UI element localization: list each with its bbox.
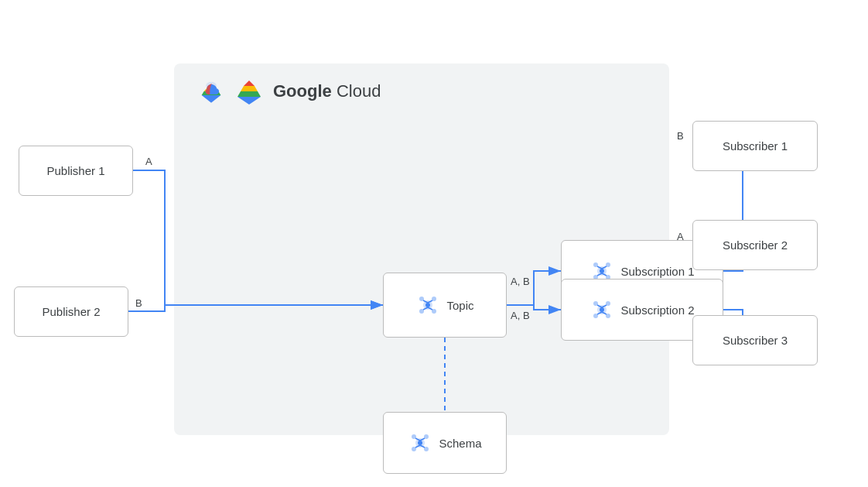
svg-point-23 (600, 269, 604, 273)
publisher2-label: Publisher 2 (42, 305, 100, 318)
topic-box: Topic (383, 273, 507, 338)
subscriber1-label: Subscriber 1 (723, 139, 788, 153)
schema-pubsub-icon (408, 430, 432, 455)
publisher2-box: Publisher 2 (14, 286, 128, 337)
schema-label: Schema (439, 437, 481, 450)
label-pub1-a: A (145, 156, 152, 167)
gcloud-logo: Google Cloud (197, 77, 381, 105)
label-sub1-sub1-b: B (677, 130, 684, 142)
subscriber1-box: Subscriber 1 (692, 121, 818, 171)
gcloud-logo-text: Google Cloud (273, 81, 381, 101)
topic-pubsub-icon (415, 293, 440, 317)
subscription1-label: Subscription 1 (620, 265, 694, 278)
subscriber2-box: Subscriber 2 (692, 220, 818, 270)
svg-point-13 (418, 441, 422, 445)
sub2-pubsub-icon (589, 297, 614, 322)
schema-box: Schema (383, 412, 507, 474)
subscriber3-box: Subscriber 3 (692, 315, 818, 365)
topic-label: Topic (446, 299, 473, 312)
subscription2-label: Subscription 2 (620, 304, 694, 317)
google-cloud-icon (197, 77, 225, 105)
publisher1-label: Publisher 1 (46, 164, 104, 177)
label-pub2-b: B (135, 297, 142, 309)
google-cloud-logo-svg (233, 78, 265, 105)
publisher1-box: Publisher 1 (19, 146, 133, 196)
subscriber2-label: Subscriber 2 (723, 238, 788, 252)
subscriber3-label: Subscriber 3 (723, 334, 788, 347)
svg-point-33 (600, 307, 604, 312)
svg-point-3 (425, 303, 430, 307)
diagram-wrapper: Google Cloud (0, 0, 868, 487)
